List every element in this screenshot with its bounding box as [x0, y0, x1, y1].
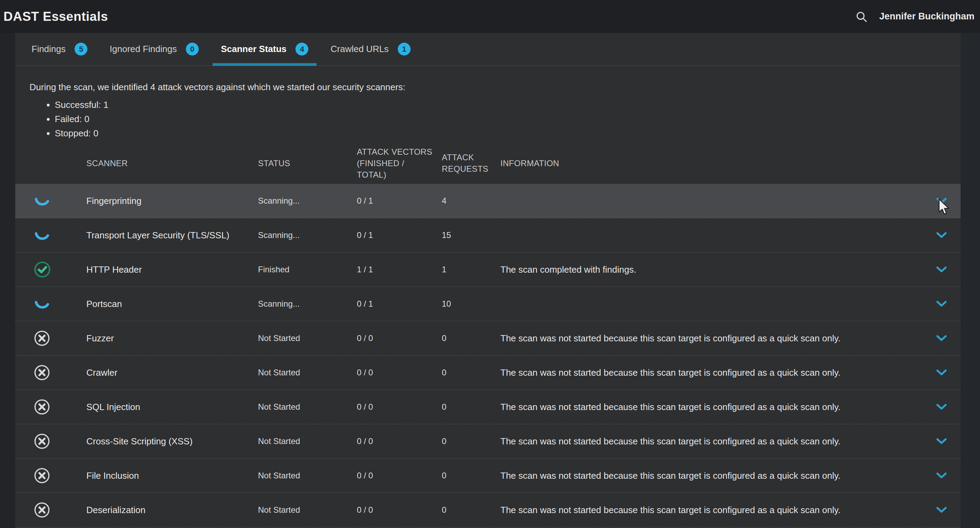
- scanner-name: File Inclusion: [86, 471, 258, 481]
- expand-row-button[interactable]: [923, 232, 961, 238]
- scanner-information: The scan was not started because this sc…: [500, 402, 923, 413]
- tab-label: Findings: [32, 44, 65, 54]
- attack-requests: 4: [442, 196, 500, 206]
- attack-vectors: 0 / 0: [357, 333, 442, 343]
- scanner-name: Fuzzer: [86, 333, 258, 344]
- attack-vectors: 0 / 0: [357, 402, 442, 412]
- scanner-status: Not Started: [258, 368, 357, 377]
- tab-label: Ignored Findings: [110, 44, 177, 54]
- column-header: ATTACK REQUESTS: [442, 152, 500, 174]
- table-row[interactable]: Fingerprinting Scanning... 0 / 1 4: [15, 184, 961, 218]
- chevron-down-icon[interactable]: [936, 198, 947, 204]
- expand-row-button[interactable]: [923, 507, 961, 513]
- tab-crawled-urls[interactable]: Crawled URLs 1: [331, 33, 410, 65]
- cross-circle-icon: [33, 330, 50, 346]
- scanner-information: The scan was not started because this sc…: [500, 436, 923, 447]
- tab-findings[interactable]: Findings 5: [32, 33, 88, 65]
- table-row[interactable]: Crawler Not Started 0 / 0 0 The scan was…: [15, 356, 961, 390]
- spinner-icon: [33, 227, 50, 244]
- status-icon-cell: [15, 330, 86, 346]
- expand-row-button[interactable]: [923, 404, 961, 410]
- status-icon-cell: [15, 364, 86, 381]
- scanner-status: Not Started: [258, 333, 357, 343]
- status-icon-cell: [15, 261, 86, 278]
- left-gutter: [0, 33, 15, 528]
- tab-bar: Findings 5 Ignored Findings 0 Scanner St…: [15, 33, 961, 66]
- status-icon-cell: [15, 502, 86, 518]
- scanner-name: SQL Injection: [86, 402, 258, 413]
- attack-requests: 1: [442, 265, 500, 274]
- scanner-status: Not Started: [258, 471, 357, 480]
- scanner-name: Fingerprinting: [86, 196, 258, 206]
- app-title: DAST Essentials: [3, 10, 108, 24]
- scanner-name: Crawler: [86, 367, 258, 378]
- table-row[interactable]: Fuzzer Not Started 0 / 0 0 The scan was …: [15, 321, 961, 356]
- scanner-information: The scan completed with findings.: [500, 264, 923, 275]
- user-name[interactable]: Jennifer Buckingham: [879, 11, 974, 22]
- attack-vectors: 0 / 1: [357, 196, 442, 206]
- chevron-down-icon[interactable]: [936, 404, 947, 410]
- chevron-down-icon[interactable]: [936, 266, 947, 273]
- expand-row-button[interactable]: [923, 301, 961, 307]
- status-icon-cell: [15, 193, 86, 209]
- scanner-information: The scan was not started because this sc…: [500, 367, 923, 378]
- tab-count-badge: 4: [296, 43, 308, 56]
- cross-circle-icon: [33, 433, 50, 450]
- chevron-down-icon[interactable]: [936, 335, 947, 341]
- expand-row-button[interactable]: [923, 198, 961, 204]
- attack-vectors: 0 / 1: [357, 299, 442, 309]
- table-row[interactable]: HTTP Header Finished 1 / 1 1 The scan co…: [15, 252, 961, 287]
- table-row[interactable]: Cross-Site Scripting (XSS) Not Started 0…: [15, 424, 961, 459]
- chevron-down-icon[interactable]: [936, 507, 947, 513]
- scan-summary-text: During the scan, we identified 4 attack …: [29, 82, 961, 93]
- scan-count-item: Failed: 0: [55, 114, 961, 124]
- expand-row-button[interactable]: [923, 370, 961, 376]
- table-row[interactable]: Transport Layer Security (TLS/SSL) Scann…: [15, 218, 961, 252]
- table-row[interactable]: Deserialization Not Started 0 / 0 0 The …: [15, 493, 961, 527]
- cross-circle-icon: [33, 467, 50, 484]
- chevron-down-icon[interactable]: [936, 472, 947, 479]
- chevron-down-icon[interactable]: [936, 301, 947, 307]
- attack-requests: 0: [442, 402, 500, 412]
- column-header: STATUS: [258, 158, 357, 169]
- table-row[interactable]: File Inclusion Not Started 0 / 0 0 The s…: [15, 459, 961, 493]
- scanner-name: Transport Layer Security (TLS/SSL): [86, 230, 258, 241]
- right-gutter: [961, 33, 980, 528]
- expand-row-button[interactable]: [923, 438, 961, 444]
- tab-label: Scanner Status: [221, 44, 286, 54]
- top-bar: DAST Essentials Jennifer Buckingham: [0, 0, 980, 33]
- table-header-row: SCANNERSTATUSATTACK VECTORS (FINISHED / …: [15, 142, 961, 184]
- chevron-down-icon[interactable]: [936, 370, 947, 376]
- topbar-right: Jennifer Buckingham: [855, 10, 974, 23]
- attack-requests: 10: [442, 299, 500, 309]
- scanner-status: Scanning...: [258, 230, 357, 240]
- table-row[interactable]: Portscan Scanning... 0 / 1 10: [15, 287, 961, 321]
- attack-vectors: 1 / 1: [357, 265, 442, 274]
- chevron-down-icon[interactable]: [936, 438, 947, 444]
- cross-circle-icon: [33, 399, 50, 415]
- scanner-status-table: SCANNERSTATUSATTACK VECTORS (FINISHED / …: [15, 142, 961, 527]
- scanner-status: Finished: [258, 265, 357, 274]
- tab-ignored-findings[interactable]: Ignored Findings 0: [110, 33, 199, 65]
- search-icon[interactable]: [855, 10, 868, 23]
- cross-circle-icon: [33, 364, 50, 381]
- expand-row-button[interactable]: [923, 472, 961, 479]
- scanner-information: The scan was not started because this sc…: [500, 505, 923, 515]
- tab-label: Crawled URLs: [331, 44, 389, 54]
- attack-requests: 15: [442, 230, 500, 240]
- status-icon-cell: [15, 227, 86, 244]
- scanner-information: The scan was not started because this sc…: [500, 333, 923, 344]
- scan-count-item: Successful: 1: [55, 100, 961, 110]
- scanner-status: Not Started: [258, 505, 357, 515]
- tab-count-badge: 5: [75, 43, 88, 56]
- expand-row-button[interactable]: [923, 335, 961, 341]
- expand-row-button[interactable]: [923, 266, 961, 273]
- cross-circle-icon: [33, 502, 50, 518]
- table-row[interactable]: SQL Injection Not Started 0 / 0 0 The sc…: [15, 390, 961, 424]
- status-icon-cell: [15, 295, 86, 312]
- status-icon-cell: [15, 399, 86, 415]
- attack-requests: 0: [442, 368, 500, 377]
- chevron-down-icon[interactable]: [936, 232, 947, 238]
- attack-requests: 0: [442, 333, 500, 343]
- tab-scanner-status[interactable]: Scanner Status 4: [221, 33, 308, 65]
